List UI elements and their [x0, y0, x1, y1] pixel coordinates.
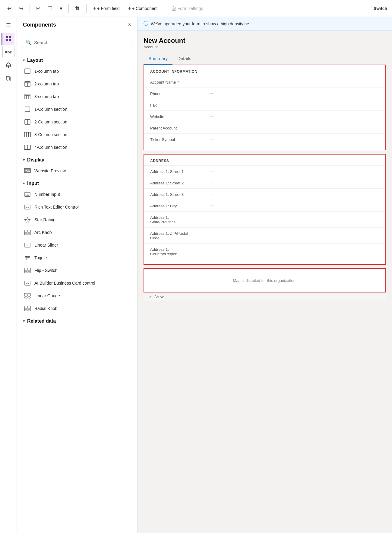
rich-text-editor-item[interactable]: Abc Rich Text Editor Control — [17, 201, 137, 213]
toolbar: ↩ ↪ ✂ ❐ ▾ 🗑 + + Form field + + Component… — [0, 0, 392, 17]
svg-rect-34 — [24, 230, 27, 233]
status-bar: ↗ Active — [144, 292, 386, 301]
toolbar-divider-2 — [68, 4, 69, 13]
abc-icon[interactable]: Abc — [2, 46, 14, 58]
form-settings-button: 📋 Form settings — [168, 4, 206, 13]
field-country-value: --- — [209, 247, 379, 251]
svg-text:Abc: Abc — [25, 206, 29, 209]
address-section-title: ADDRESS — [144, 155, 385, 165]
close-button[interactable]: × — [128, 22, 131, 28]
delete-button[interactable]: 🗑 — [72, 3, 83, 13]
components-icon[interactable] — [2, 33, 14, 45]
info-icon: ⓘ — [144, 21, 148, 27]
info-text: We've upgraded your form to show a high … — [151, 21, 253, 26]
info-banner: ⓘ We've upgraded your form to show a hig… — [138, 17, 392, 31]
radial-knob-label: Radial Knob — [34, 306, 57, 311]
field-website-value: --- — [209, 114, 379, 118]
field-country: Address 1:Country/Region --- — [144, 243, 385, 259]
hamburger-icon[interactable]: ☰ — [2, 19, 14, 31]
tab-details[interactable]: Details — [172, 53, 196, 65]
left-rail: ☰ Abc — [0, 17, 17, 533]
website-preview-label: Website Preview — [34, 168, 66, 173]
radial-knob-item[interactable]: Radial Knob — [17, 302, 137, 315]
main-layout: ☰ Abc Components — [0, 17, 392, 533]
svg-text:Abc: Abc — [25, 282, 29, 285]
layers-icon[interactable] — [2, 59, 14, 71]
1-column-tab-label: 1-column tab — [34, 69, 59, 74]
display-section-header[interactable]: ▾ Display — [17, 154, 137, 164]
number-input-item[interactable]: 123 Number Input — [17, 188, 137, 201]
3-column-section-icon — [24, 131, 31, 138]
2-column-section-item[interactable]: 2-Column section — [17, 116, 137, 128]
toolbar-divider-3 — [86, 4, 87, 13]
layout-chevron-icon: ▾ — [23, 58, 25, 62]
copy2-icon[interactable] — [2, 72, 14, 85]
number-input-icon: 123 — [24, 191, 31, 198]
section-spacer-2 — [144, 259, 385, 264]
3-column-section-item[interactable]: 3-Column section — [17, 128, 137, 141]
copy-button[interactable]: ❐ — [45, 3, 55, 14]
redo-button[interactable]: ↪ — [17, 3, 26, 14]
search-input[interactable] — [34, 40, 128, 45]
star-rating-item[interactable]: Star Rating — [17, 213, 137, 226]
account-information-section: ACCOUNT INFORMATION Account Name * --- P… — [144, 65, 386, 150]
form-header: New Account Account — [144, 37, 386, 49]
ai-builder-icon: Abc — [24, 280, 31, 286]
svg-rect-6 — [25, 69, 30, 74]
toggle-item[interactable]: Toggle — [17, 251, 137, 264]
undo-button[interactable]: ↩ — [5, 3, 14, 14]
layout-section-header[interactable]: ▾ Layout — [17, 54, 137, 65]
address-section: ADDRESS Address 1: Street 1 --- Address … — [144, 154, 386, 265]
field-ticker-symbol-label: Ticker Symbol — [150, 137, 204, 142]
svg-rect-2 — [6, 39, 8, 41]
flip-switch-label: Flip - Switch — [34, 268, 57, 273]
field-zip: Address 1: ZIP/PostalCode --- — [144, 227, 385, 243]
tab-summary[interactable]: Summary — [144, 53, 172, 65]
4-column-section-item[interactable]: 4-Column section — [17, 141, 137, 154]
input-section-header[interactable]: ▾ Input — [17, 177, 137, 188]
1-column-section-item[interactable]: 1-Column section — [17, 103, 137, 116]
1-column-tab-item[interactable]: 1-column tab — [17, 65, 137, 78]
2-column-tab-item[interactable]: 2-column tab — [17, 78, 137, 90]
form-area: New Account Account Summary Details ACCO… — [138, 31, 392, 533]
form-field-button[interactable]: + + Form field — [90, 4, 123, 13]
field-state-value: --- — [209, 215, 379, 219]
number-input-label: Number Input — [34, 192, 60, 197]
component-button[interactable]: + + Component — [125, 4, 161, 13]
dropdown-button[interactable]: ▾ — [57, 3, 65, 14]
switch-label[interactable]: Switch — [374, 6, 387, 11]
svg-rect-59 — [28, 309, 30, 311]
svg-rect-46 — [24, 268, 27, 271]
map-disabled-text: Map is disabled for this organization. — [233, 278, 296, 283]
field-parent-account: Parent Account --- — [144, 122, 385, 133]
status-active-label: Active — [154, 295, 164, 299]
content-area: ⓘ We've upgraded your form to show a hig… — [138, 17, 392, 533]
field-street1: Address 1: Street 1 --- — [144, 165, 385, 177]
linear-gauge-label: Linear Gauge — [34, 293, 60, 298]
svg-rect-58 — [24, 309, 27, 311]
toolbar-divider-4 — [164, 4, 164, 13]
cut-button[interactable]: ✂ — [33, 3, 43, 14]
field-parent-account-value: --- — [209, 125, 379, 130]
ai-builder-item[interactable]: Abc AI Builder Business Card control — [17, 277, 137, 289]
field-street1-value: --- — [209, 169, 379, 173]
linear-gauge-item[interactable]: Linear Gauge — [17, 289, 137, 302]
linear-slider-item[interactable]: 123 Linear Slider — [17, 239, 137, 251]
website-preview-icon — [24, 168, 31, 174]
4-column-section-label: 4-Column section — [34, 145, 67, 150]
4-column-section-icon — [24, 144, 31, 151]
svg-point-45 — [26, 258, 27, 260]
3-column-tab-item[interactable]: 3-column tab — [17, 90, 137, 103]
flip-switch-item[interactable]: Flip - Switch — [17, 264, 137, 277]
field-fax: Fax --- — [144, 99, 385, 110]
website-preview-item[interactable]: Website Preview — [17, 164, 137, 177]
rich-text-editor-label: Rich Text Editor Control — [34, 205, 79, 209]
flip-switch-icon — [24, 267, 31, 274]
svg-rect-1 — [9, 36, 11, 38]
field-street1-label: Address 1: Street 1 — [150, 169, 204, 174]
svg-rect-48 — [24, 271, 27, 273]
arc-knob-item[interactable]: Arc Knob — [17, 226, 137, 239]
form-settings-label: Form settings — [177, 6, 203, 11]
related-section-header[interactable]: ▾ Related data — [17, 315, 137, 326]
field-ticker-symbol-value: --- — [209, 137, 379, 141]
